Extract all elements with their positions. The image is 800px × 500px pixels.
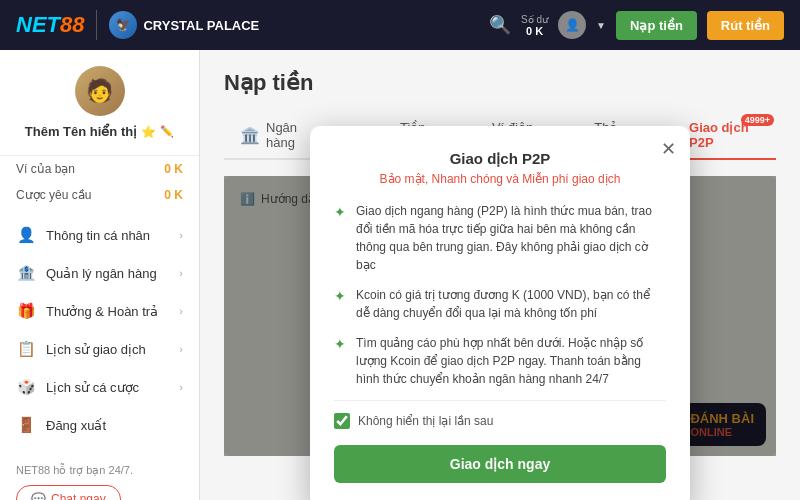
modal-text-2: Tìm quảng cáo phù hợp nhất bên dưới. Hoặ… [356, 334, 666, 388]
checkmark-icon-0: ✦ [334, 204, 346, 220]
deposit-button[interactable]: Nạp tiền [616, 11, 697, 40]
wallet-row: Ví của bạn 0 K [0, 156, 199, 182]
modal-title: Giao dịch P2P [334, 150, 666, 168]
crystal-palace-text: CRYSTAL PALACE [143, 18, 259, 33]
dice-icon: 🎲 [16, 378, 36, 396]
menu-label-history: Lịch sử giao dịch [46, 342, 169, 357]
crystal-palace-logo: 🦅 CRYSTAL PALACE [109, 11, 259, 39]
logo-net88: NET88 [16, 12, 84, 38]
modal-text-0: Giao dịch ngang hàng (P2P) là hình thức … [356, 202, 666, 274]
chat-button[interactable]: 💬 Chat ngay [16, 485, 121, 500]
search-button[interactable]: 🔍 [489, 14, 511, 36]
arrow-icon-reward: › [179, 305, 183, 317]
header-left: NET88 🦅 CRYSTAL PALACE [16, 10, 259, 40]
person-icon: 👤 [16, 226, 36, 244]
sidebar-item-personal[interactable]: 👤 Thông tin cá nhân › [0, 216, 199, 254]
sidebar-item-reward[interactable]: 🎁 Thưởng & Hoàn trả › [0, 292, 199, 330]
page-title: Nạp tiền [224, 70, 776, 96]
modal-item-2: ✦ Tìm quảng cáo phù hợp nhất bên dưới. H… [334, 334, 666, 388]
modal-item-1: ✦ Kcoin có giá trị tương đương K (1000 V… [334, 286, 666, 322]
chevron-down-icon[interactable]: ▼ [596, 20, 606, 31]
withdraw-button[interactable]: Rút tiền [707, 11, 784, 40]
crystal-icon: 🦅 [109, 11, 137, 39]
edit-icon[interactable]: ✏️ [160, 125, 174, 138]
sidebar-menu: 👤 Thông tin cá nhân › 🏦 Quản lý ngân hàn… [0, 208, 199, 452]
balance-amount: 0 K [521, 25, 548, 37]
checkmark-icon-1: ✦ [334, 288, 346, 304]
support-text: NET88 hỗ trợ bạn 24/7. [16, 464, 183, 477]
sidebar-item-bet-history[interactable]: 🎲 Lịch sử cá cược › [0, 368, 199, 406]
header-right: 🔍 Số dư 0 K 👤 ▼ Nạp tiền Rút tiền [489, 11, 784, 40]
header-divider [96, 10, 97, 40]
menu-label-reward: Thưởng & Hoàn trả [46, 304, 169, 319]
logout-icon: 🚪 [16, 416, 36, 434]
request-label: Cược yêu cầu [16, 188, 91, 202]
checkbox-row: Không hiển thị lại lần sau [334, 413, 666, 429]
main-layout: 🧑 Thêm Tên hiển thị ⭐ ✏️ Ví của bạn 0 K … [0, 50, 800, 500]
bank-icon: 🏦 [16, 264, 36, 282]
profile-name: Thêm Tên hiển thị ⭐ ✏️ [25, 124, 174, 139]
chat-icon: 💬 [31, 492, 46, 500]
wallet-label: Ví của bạn [16, 162, 75, 176]
history-icon: 📋 [16, 340, 36, 358]
sidebar: 🧑 Thêm Tên hiển thị ⭐ ✏️ Ví của bạn 0 K … [0, 50, 200, 500]
gift-icon: 🎁 [16, 302, 36, 320]
sidebar-item-logout[interactable]: 🚪 Đăng xuất [0, 406, 199, 444]
checkmark-icon-2: ✦ [334, 336, 346, 352]
arrow-icon-bet: › [179, 381, 183, 393]
content: Nạp tiền 🏛️ Ngân hàng Hot 🔶 Tiền ảo 💳 Ví… [200, 50, 800, 500]
modal-item-0: ✦ Giao dịch ngang hàng (P2P) là hình thứ… [334, 202, 666, 274]
user-avatar[interactable]: 👤 [558, 11, 586, 39]
p2p-modal: ✕ Giao dịch P2P Bảo mật, Nhanh chóng và … [310, 126, 690, 501]
arrow-icon-history: › [179, 343, 183, 355]
avatar: 🧑 [75, 66, 125, 116]
header: NET88 🦅 CRYSTAL PALACE 🔍 Số dư 0 K 👤 ▼ N… [0, 0, 800, 50]
no-show-checkbox[interactable] [334, 413, 350, 429]
request-row: Cược yêu cầu 0 K [0, 182, 199, 208]
bank-tab-icon: 🏛️ [240, 126, 260, 145]
tab-bank-label: Ngân hàng [266, 120, 312, 150]
chat-label: Chat ngay [51, 492, 106, 500]
sidebar-bottom: NET88 hỗ trợ bạn 24/7. 💬 Chat ngay [0, 452, 199, 500]
modal-subtitle: Bảo mật, Nhanh chóng và Miễn phí giao dị… [334, 172, 666, 186]
arrow-icon-bank: › [179, 267, 183, 279]
balance-label: Số dư [521, 14, 548, 25]
menu-label-logout: Đăng xuất [46, 418, 183, 433]
p2p-badge: 4999+ [741, 114, 774, 126]
modal-overlay: ✕ Giao dịch P2P Bảo mật, Nhanh chóng và … [224, 176, 776, 456]
wallet-amount: 0 K [164, 162, 183, 176]
modal-action-button[interactable]: Giao dịch ngay [334, 445, 666, 483]
modal-divider [334, 400, 666, 401]
content-area: ℹ️ Hướng dẫn ✕ Giao dịch P2P Bảo mật, Nh… [224, 176, 776, 456]
content-inner: Nạp tiền 🏛️ Ngân hàng Hot 🔶 Tiền ảo 💳 Ví… [200, 50, 800, 476]
arrow-icon: › [179, 229, 183, 241]
avatar-wrap: 🧑 [75, 66, 125, 116]
balance-display: Số dư 0 K [521, 14, 548, 37]
sidebar-item-history[interactable]: 📋 Lịch sử giao dịch › [0, 330, 199, 368]
star-icon: ⭐ [141, 125, 156, 139]
checkbox-label: Không hiển thị lại lần sau [358, 414, 493, 428]
modal-text-1: Kcoin có giá trị tương đương K (1000 VND… [356, 286, 666, 322]
menu-label-personal: Thông tin cá nhân [46, 228, 169, 243]
modal-close-button[interactable]: ✕ [661, 138, 676, 160]
sidebar-item-bank[interactable]: 🏦 Quản lý ngân hàng › [0, 254, 199, 292]
sidebar-profile: 🧑 Thêm Tên hiển thị ⭐ ✏️ [0, 50, 199, 156]
request-amount: 0 K [164, 188, 183, 202]
menu-label-bet-history: Lịch sử cá cược [46, 380, 169, 395]
menu-label-bank: Quản lý ngân hàng [46, 266, 169, 281]
